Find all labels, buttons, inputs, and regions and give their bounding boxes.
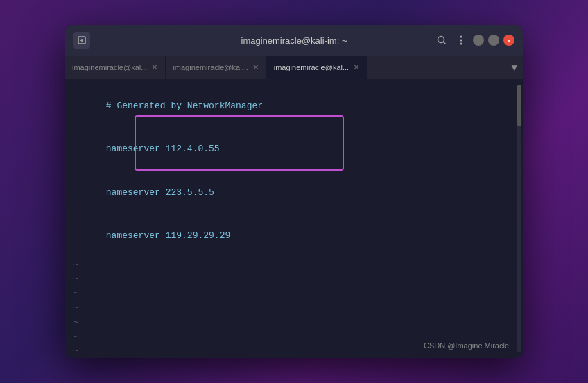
svg-line-4 (444, 42, 446, 44)
line-3: nameserver 223.5.5.5 (74, 171, 514, 214)
svg-point-6 (460, 40, 462, 42)
minimize-button[interactable] (473, 35, 484, 46)
tab-3-label: imaginemiracle@kal... (274, 63, 349, 71)
value-2: 223.5.5.5 (166, 187, 214, 198)
title-bar-left (74, 32, 90, 49)
new-tab-button[interactable] (74, 32, 90, 49)
svg-point-5 (460, 36, 462, 38)
line-4: nameserver 119.29.29.29 (74, 214, 514, 257)
svg-point-3 (438, 37, 444, 43)
maximize-button[interactable] (488, 35, 499, 46)
value-3: 119.29.29.29 (166, 230, 231, 241)
tab-2[interactable]: imaginemiracle@kal... ✕ (166, 56, 266, 79)
tab-1[interactable]: imaginemiracle@kal... ✕ (65, 56, 166, 79)
line-7: ~ (74, 287, 514, 301)
search-icon[interactable] (434, 33, 449, 48)
window-title: imaginemiracle@kali-im: ~ (241, 35, 347, 46)
tabs-dropdown[interactable]: ▼ (506, 56, 523, 79)
line-8: ~ (74, 301, 514, 316)
scrollbar[interactable] (517, 85, 521, 352)
tab-2-label: imaginemiracle@kal... (173, 63, 248, 71)
keyword-nameserver-2: nameserver (106, 187, 160, 198)
keyword-nameserver-1: nameserver (106, 144, 160, 154)
watermark: CSDN @Imagine Miracle (424, 341, 509, 350)
tab-3[interactable]: imaginemiracle@kal... ✕ (267, 56, 368, 79)
tab-1-label: imaginemiracle@kal... (72, 63, 147, 71)
line-6: ~ (74, 272, 514, 287)
line-2: nameserver 112.4.0.55 (74, 128, 514, 171)
value-1: 112.4.0.55 (166, 144, 220, 154)
line-1: # Generated by NetworkManager (74, 85, 514, 128)
tab-3-close[interactable]: ✕ (353, 62, 360, 72)
title-bar: imaginemiracle@kali-im: ~ ✕ (65, 25, 523, 56)
tabs-bar: imaginemiracle@kal... ✕ imaginemiracle@k… (65, 56, 523, 79)
comment-hash: # (106, 101, 117, 111)
scrollbar-thumb[interactable] (517, 85, 521, 126)
svg-point-7 (460, 43, 462, 45)
menu-icon[interactable] (453, 33, 469, 48)
keyword-nameserver-3: nameserver (106, 230, 160, 241)
tab-2-close[interactable]: ✕ (252, 62, 259, 72)
line-9: ~ (74, 316, 514, 330)
tab-1-close[interactable]: ✕ (151, 62, 158, 72)
close-button[interactable]: ✕ (503, 35, 514, 46)
title-bar-right: ✕ (434, 33, 514, 48)
line-5: ~ (74, 258, 514, 273)
terminal-content[interactable]: # Generated by NetworkManager nameserver… (65, 79, 523, 358)
terminal-window: imaginemiracle@kali-im: ~ ✕ i (65, 25, 523, 358)
